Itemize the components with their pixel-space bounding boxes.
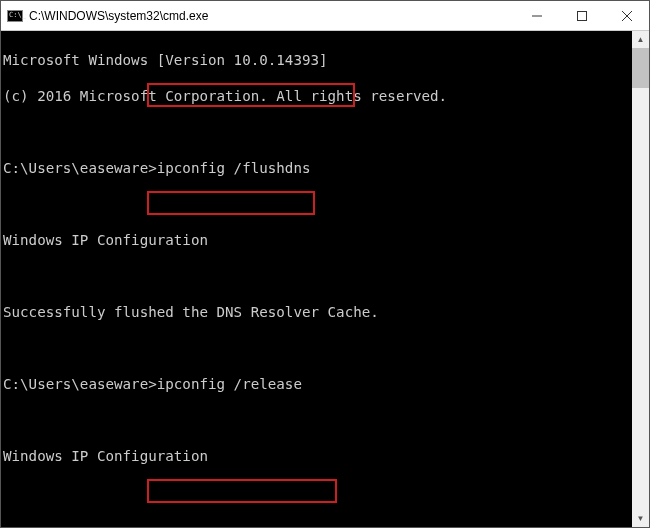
titlebar[interactable]: C:\WINDOWS\system32\cmd.exe [1,1,649,31]
cmd-icon [7,10,23,22]
terminal-output[interactable]: Microsoft Windows [Version 10.0.14393] (… [1,31,632,527]
command-text: ipconfig /flushdns [157,160,311,176]
ipconfig-header: Windows IP Configuration [3,447,630,465]
window-title: C:\WINDOWS\system32\cmd.exe [29,9,514,23]
cmd-window: C:\WINDOWS\system32\cmd.exe Microsoft Wi… [0,0,650,528]
svg-rect-1 [577,11,586,20]
flush-success: Successfully flushed the DNS Resolver Ca… [3,303,630,321]
maximize-button[interactable] [559,1,604,30]
scroll-up-arrow-icon[interactable]: ▲ [632,31,649,48]
prompt-line-1: C:\Users\easeware>ipconfig /flushdns [3,159,630,177]
scroll-thumb[interactable] [632,48,649,88]
prompt-line-2: C:\Users\easeware>ipconfig /release [3,375,630,393]
ipconfig-header: Windows IP Configuration [3,231,630,249]
scroll-down-arrow-icon[interactable]: ▼ [632,510,649,527]
close-button[interactable] [604,1,649,30]
copyright-line: (c) 2016 Microsoft Corporation. All righ… [3,87,630,105]
minimize-button[interactable] [514,1,559,30]
terminal-area: Microsoft Windows [Version 10.0.14393] (… [1,31,649,527]
window-controls [514,1,649,30]
prompt-path: C:\Users\easeware> [3,376,157,392]
vertical-scrollbar[interactable]: ▲ ▼ [632,31,649,527]
command-text: ipconfig /release [157,376,302,392]
scroll-track[interactable] [632,48,649,510]
version-line: Microsoft Windows [Version 10.0.14393] [3,51,630,69]
prompt-path: C:\Users\easeware> [3,160,157,176]
